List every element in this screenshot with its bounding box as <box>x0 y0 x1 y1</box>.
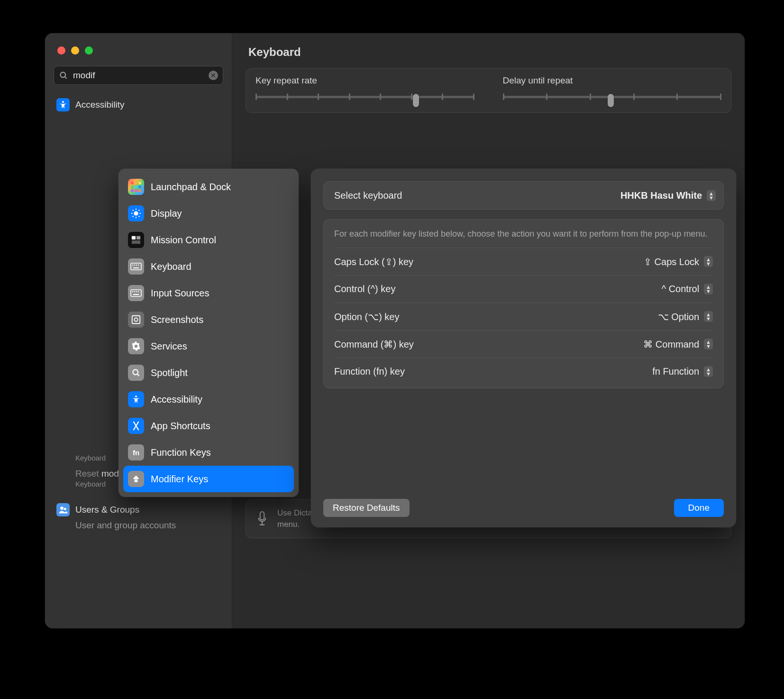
popover-item-appshort[interactable]: App Shortcuts <box>123 413 294 439</box>
svg-rect-33 <box>132 316 140 324</box>
modifier-key-label: Function (fn) key <box>334 366 405 377</box>
modifier-row[interactable]: Control (^) key^ Control▲▼ <box>334 275 713 303</box>
window-controls <box>54 45 223 66</box>
svg-rect-19 <box>137 236 140 239</box>
svg-rect-25 <box>138 265 139 266</box>
popover-item-screenshot[interactable]: Screenshots <box>123 306 294 333</box>
popover-item-fn[interactable]: fnFunction Keys <box>123 439 294 466</box>
sidebar-item-accessibility[interactable]: Accessibility <box>54 94 223 115</box>
svg-rect-32 <box>133 294 139 295</box>
popover-item-label: Display <box>151 208 182 219</box>
chevron-updown-icon: ▲▼ <box>704 339 713 350</box>
modifier-key-label: Caps Lock (⇪) key <box>334 256 413 267</box>
modifier-key-value: ⇪ Caps Lock <box>644 256 699 267</box>
modifier-row[interactable]: Function (fn) keyfn Function▲▼ <box>334 358 713 385</box>
svg-rect-21 <box>131 263 141 270</box>
keyboard-icon <box>128 258 144 275</box>
screenshot-icon <box>128 312 144 328</box>
search-input[interactable] <box>73 70 204 81</box>
svg-rect-23 <box>134 265 135 266</box>
popover-item-spotlight[interactable]: Spotlight <box>123 359 294 386</box>
sidebar-item-user-accounts[interactable]: User and group accounts <box>54 520 223 534</box>
popover-item-label: Services <box>151 341 187 352</box>
select-keyboard-row[interactable]: Select keyboard HHKB Hasu White ▲▼ <box>323 181 724 210</box>
key-repeat-card: Key repeat rate Delay until repeat <box>246 68 731 113</box>
restore-defaults-button[interactable]: Restore Defaults <box>323 499 410 517</box>
popover-item-input[interactable]: Input Sources <box>123 280 294 306</box>
modifier-keys-sheet: Select keyboard HHKB Hasu White ▲▼ For e… <box>311 169 736 527</box>
svg-point-9 <box>134 211 138 215</box>
popover-item-label: App Shortcuts <box>151 421 210 432</box>
svg-rect-26 <box>133 267 139 268</box>
zoom-icon[interactable] <box>85 46 93 55</box>
svg-rect-38 <box>135 479 138 482</box>
svg-rect-30 <box>136 291 137 292</box>
modifier-icon <box>128 471 144 487</box>
svg-point-37 <box>135 395 137 397</box>
sidebar-item-label: User and group accounts <box>75 520 176 531</box>
accessibility-icon <box>56 98 70 111</box>
modifier-key-label: Control (^) key <box>334 284 395 294</box>
key-repeat-label: Key repeat rate <box>255 75 474 86</box>
svg-line-17 <box>139 210 140 211</box>
launchpad-icon <box>128 179 144 195</box>
svg-line-14 <box>133 210 134 211</box>
key-repeat-slider[interactable] <box>255 90 474 104</box>
svg-rect-31 <box>138 291 139 292</box>
sidebar-item-label: Users & Groups <box>75 505 139 515</box>
modifier-row[interactable]: Option (⌥) key⌥ Option▲▼ <box>334 303 713 330</box>
svg-line-16 <box>133 216 134 217</box>
popover-item-label: Input Sources <box>151 288 209 299</box>
popover-item-services[interactable]: Services <box>123 333 294 359</box>
clear-search-icon[interactable]: ✕ <box>209 71 218 80</box>
popover-item-label: Mission Control <box>151 235 216 246</box>
popover-item-label: Keyboard <box>151 261 191 272</box>
select-keyboard-value: HHKB Hasu White <box>620 190 702 201</box>
chevron-updown-icon: ▲▼ <box>704 284 713 294</box>
svg-rect-28 <box>132 291 133 292</box>
popover-item-access[interactable]: Accessibility <box>123 386 294 413</box>
svg-rect-20 <box>132 240 140 244</box>
chevron-updown-icon: ▲▼ <box>704 256 713 267</box>
svg-line-1 <box>65 77 67 79</box>
mission-icon <box>128 232 144 248</box>
popover-item-label: Modifier Keys <box>151 474 208 485</box>
chevron-updown-icon: ▲▼ <box>704 366 713 377</box>
svg-rect-18 <box>132 236 136 239</box>
modifier-row[interactable]: Command (⌘) key⌘ Command▲▼ <box>334 330 713 358</box>
popover-item-keyboard[interactable]: Keyboard <box>123 253 294 280</box>
users-icon <box>56 503 70 516</box>
fn-icon: fn <box>128 444 144 460</box>
search-field[interactable]: ✕ <box>54 66 223 85</box>
svg-line-15 <box>139 216 140 217</box>
popover-item-launchpad[interactable]: Launchpad & Dock <box>123 174 294 200</box>
modifier-group: For each modifier key listed below, choo… <box>323 219 724 388</box>
select-keyboard-label: Select keyboard <box>334 190 402 201</box>
svg-rect-22 <box>132 265 133 266</box>
svg-point-35 <box>133 369 138 375</box>
sidebar-item-users-groups[interactable]: Users & Groups <box>54 499 223 520</box>
popover-item-label: Function Keys <box>151 447 211 458</box>
delay-until-repeat-label: Delay until repeat <box>503 75 722 86</box>
modifier-key-value: ⌥ Option <box>658 311 699 322</box>
modifier-row[interactable]: Caps Lock (⇪) key⇪ Caps Lock▲▼ <box>334 248 713 275</box>
system-settings-window: ✕ Accessibility Keyboard Reset modifier … <box>45 33 745 628</box>
popover-item-label: Screenshots <box>151 314 203 325</box>
svg-line-36 <box>137 374 139 376</box>
svg-rect-6 <box>260 512 264 520</box>
popover-item-label: Launchpad & Dock <box>151 182 231 193</box>
appshort-icon <box>128 418 144 434</box>
svg-point-3 <box>62 101 64 103</box>
popover-item-display[interactable]: Display <box>123 200 294 227</box>
svg-point-34 <box>134 318 137 321</box>
popover-item-mission[interactable]: Mission Control <box>123 227 294 253</box>
search-icon <box>59 71 68 80</box>
microphone-icon <box>255 509 269 528</box>
popover-item-modifier[interactable]: Modifier Keys <box>123 466 294 492</box>
done-button[interactable]: Done <box>674 499 724 517</box>
modifier-key-label: Command (⌘) key <box>334 339 414 350</box>
close-icon[interactable] <box>57 46 65 55</box>
popover-item-label: Accessibility <box>151 394 202 405</box>
delay-until-repeat-slider[interactable] <box>503 90 722 104</box>
minimize-icon[interactable] <box>71 46 79 55</box>
